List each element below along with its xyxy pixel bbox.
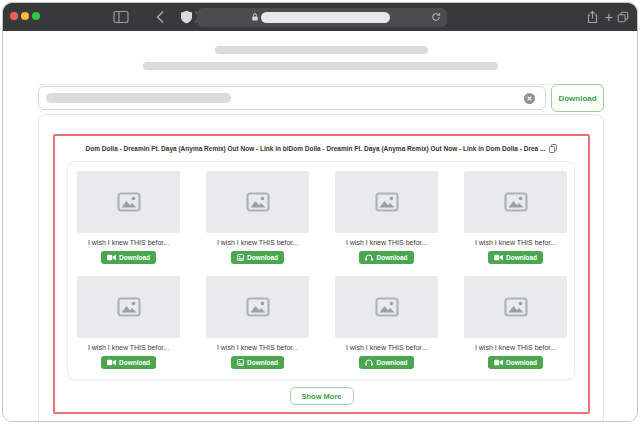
image-placeholder-icon [504, 297, 528, 317]
card-download-button[interactable]: Download [101, 356, 156, 369]
result-card: I wish I knew THIS befor... Download [335, 276, 438, 371]
thumbnail-placeholder [77, 171, 180, 233]
lock-icon [252, 13, 258, 21]
card-download-button[interactable]: Download [359, 356, 413, 369]
media-card-grid: I wish I knew THIS befor... Download I w… [67, 161, 575, 380]
result-card: I wish I knew THIS befor... Download [464, 171, 567, 266]
subheading-skeleton [143, 62, 498, 70]
result-card: I wish I knew THIS befor... Download [464, 276, 567, 371]
result-title-row: Dom Dolla - Dreamin Ft. Daya (Anyma Remi… [55, 139, 588, 157]
card-caption: I wish I knew THIS befor... [464, 238, 567, 248]
image-placeholder-icon [375, 192, 399, 212]
address-bar[interactable] [197, 8, 447, 27]
url-redacted-pill [261, 12, 390, 23]
card-caption: I wish I knew THIS befor... [464, 343, 567, 353]
search-input[interactable] [38, 86, 546, 110]
result-card: I wish I knew THIS befor... Download [77, 276, 180, 371]
thumbnail-placeholder [206, 171, 309, 233]
thumbnail-placeholder [206, 276, 309, 338]
image-placeholder-icon [117, 192, 141, 212]
zoom-window-button[interactable] [32, 12, 40, 20]
card-caption: I wish I knew THIS befor... [206, 343, 309, 353]
image-icon [237, 254, 244, 261]
new-tab-icon[interactable]: + [605, 10, 613, 24]
sidebar-toggle-icon[interactable] [113, 10, 129, 24]
card-download-button[interactable]: Download [101, 251, 156, 264]
show-more-button[interactable]: Show More [289, 387, 353, 405]
reload-icon[interactable] [431, 12, 441, 22]
results-card: Dom Dolla - Dreamin Ft. Daya (Anyma Remi… [38, 114, 604, 422]
image-placeholder-icon [117, 297, 141, 317]
browser-window: + Download Dom Dolla - Dreamin Ft. Daya … [2, 2, 638, 422]
headphones-icon [365, 254, 373, 261]
minimize-window-button[interactable] [21, 12, 29, 20]
thumbnail-placeholder [464, 171, 567, 233]
result-card: I wish I knew THIS befor... Download [335, 171, 438, 266]
result-title: Dom Dolla - Dreamin Ft. Daya (Anyma Remi… [86, 145, 546, 152]
back-icon[interactable] [156, 11, 164, 23]
card-caption: I wish I knew THIS befor... [206, 238, 309, 248]
card-caption: I wish I knew THIS befor... [77, 343, 180, 353]
copy-icon[interactable] [549, 139, 557, 157]
card-caption: I wish I knew THIS befor... [77, 238, 180, 248]
card-download-button[interactable]: Download [488, 251, 543, 264]
card-caption: I wish I knew THIS befor... [335, 343, 438, 353]
share-icon[interactable] [587, 11, 598, 24]
image-placeholder-icon [504, 192, 528, 212]
highlighted-results-region: Dom Dolla - Dreamin Ft. Daya (Anyma Remi… [53, 134, 590, 414]
search-value-skeleton [46, 93, 231, 103]
card-download-button[interactable]: Download [231, 356, 284, 369]
close-window-button[interactable] [10, 12, 18, 20]
download-button[interactable]: Download [551, 84, 604, 112]
headphones-icon [365, 359, 373, 366]
privacy-shield-icon[interactable] [181, 11, 192, 24]
header-divider [38, 84, 604, 85]
card-download-button[interactable]: Download [359, 251, 413, 264]
heading-skeleton [215, 46, 428, 54]
web-page: Download Dom Dolla - Dreamin Ft. Daya (A… [3, 31, 637, 421]
result-card: I wish I knew THIS befor... Download [206, 276, 309, 371]
thumbnail-placeholder [335, 276, 438, 338]
tab-overview-icon[interactable] [617, 11, 629, 23]
image-placeholder-icon [246, 192, 270, 212]
image-placeholder-icon [246, 297, 270, 317]
video-camera-icon [107, 254, 116, 261]
video-camera-icon [494, 359, 503, 366]
result-card: I wish I knew THIS befor... Download [77, 171, 180, 266]
result-card: I wish I knew THIS befor... Download [206, 171, 309, 266]
browser-toolbar: + [3, 3, 637, 31]
video-camera-icon [107, 359, 116, 366]
thumbnail-placeholder [77, 276, 180, 338]
card-download-button[interactable]: Download [488, 356, 543, 369]
image-placeholder-icon [375, 297, 399, 317]
card-caption: I wish I knew THIS befor... [335, 238, 438, 248]
card-download-button[interactable]: Download [231, 251, 284, 264]
thumbnail-placeholder [335, 171, 438, 233]
image-icon [237, 359, 244, 366]
thumbnail-placeholder [464, 276, 567, 338]
video-camera-icon [494, 254, 503, 261]
clear-input-icon[interactable] [524, 93, 535, 104]
